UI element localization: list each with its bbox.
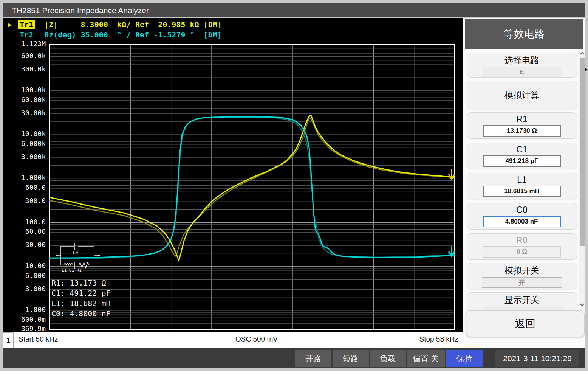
trace1-badge[interactable]: Tr1: [18, 20, 35, 29]
param-button-l1[interactable]: L1 18.6815 mH: [467, 173, 577, 199]
param-value-r1[interactable]: 13.1730 Ω: [483, 125, 561, 137]
y-axis-tick-label: 30.00: [3, 241, 46, 249]
param-label-c1: C1: [516, 144, 527, 155]
param-label-r0: R0: [516, 235, 527, 245]
y-axis-tick-label: 1.000k: [3, 174, 46, 182]
chart-panel: ▶ Tr1 |Z| 8.3000 kΩ/ Ref 20.985 kΩ [DM] …: [3, 18, 463, 332]
circuit-series-label: L1 C1 R1: [62, 268, 82, 272]
text-cursor: [538, 218, 538, 225]
simulate-calc-button[interactable]: 模拟计算: [467, 81, 577, 109]
hold-button[interactable]: 保持: [446, 350, 483, 367]
scroll-down-icon[interactable]: [580, 301, 585, 306]
fit-result-annotations: R1: 13.173 Ω C1: 491.22 pF L1: 18.682 mH…: [51, 278, 111, 319]
y-axis-tick-label: 3.000: [3, 285, 46, 293]
sidebar-title: 等效电路: [465, 19, 583, 49]
y-axis-tick-label: 10.00k: [3, 130, 46, 138]
y-axis-tick-label: 10.00: [3, 262, 46, 270]
param-label-r1: R1: [516, 114, 527, 124]
param-button-r0: R0 0 Ω: [467, 233, 577, 260]
select-circuit-button[interactable]: 选择电路 E ▶: [467, 53, 577, 78]
scroll-up-icon[interactable]: [580, 52, 585, 57]
trace1-row: ▶ Tr1 |Z| 8.3000 kΩ/ Ref 20.985 kΩ [DM]: [8, 20, 222, 29]
instrument-screen: TH2851 Precision Impedance Analyzer ▶ Tr…: [0, 0, 588, 371]
sweep-stop-label: Stop 58 kHz: [419, 335, 459, 343]
select-circuit-label: 选择电路: [504, 54, 539, 66]
y-axis-tick-label: 1.000: [3, 306, 46, 314]
bottom-toolbar: 开路 短路 负载 偏置 关 保持 2021-3-11 10:21:29: [3, 348, 585, 368]
sim-switch-label: 模拟开关: [504, 265, 539, 276]
simulate-calc-label: 模拟计算: [504, 89, 539, 101]
annotation-l1: L1: 18.682 mH: [51, 298, 111, 309]
y-axis-tick-label: 300.0k: [3, 65, 46, 73]
y-axis-tick-label: 60.00: [3, 227, 46, 236]
channel-number: 1: [3, 332, 14, 348]
display-switch-label: 显示开关: [504, 294, 539, 306]
param-value-l1[interactable]: 18.6815 mH: [483, 186, 561, 197]
load-cal-button[interactable]: 负载: [370, 350, 406, 367]
select-circuit-value[interactable]: E: [482, 67, 562, 77]
short-cal-button[interactable]: 短路: [333, 350, 369, 367]
param-button-r1[interactable]: R1 13.1730 Ω: [467, 112, 577, 139]
back-button-label: 返回: [515, 317, 535, 331]
open-cal-button[interactable]: 开路: [295, 350, 331, 367]
trace2-row: ▶ Tr2 θz(deg) 35.000 ° / Ref -1.5279 ° […: [8, 30, 222, 40]
y-axis-tick-label: 600.0: [3, 183, 46, 192]
annotation-c1: C1: 491.22 pF: [51, 288, 111, 298]
circuit-c0-label: C0: [73, 250, 78, 255]
back-button[interactable]: 返回: [466, 310, 585, 337]
y-axis-tick-label: 600.0k: [3, 52, 46, 60]
sim-switch-button[interactable]: 模拟开关 开: [467, 263, 577, 289]
sim-switch-value[interactable]: 开: [482, 277, 562, 288]
y-axis-tick-label: 30.00k: [3, 109, 46, 117]
param-button-c0[interactable]: C0 4.80003 nF: [467, 203, 577, 230]
y-axis-tick-label: 6.000: [3, 272, 46, 280]
annotation-r1: R1: 13.173 Ω: [51, 278, 111, 288]
y-axis-labels: 1.123M600.0k300.0k100.0k60.00k30.00k10.0…: [3, 44, 46, 329]
y-axis-tick-label: 100.0k: [3, 86, 46, 94]
y-axis-tick-label: 300.0: [3, 197, 46, 205]
c0-value-text: 4.80003 nF: [505, 218, 538, 225]
y-axis-tick-label: 3.000k: [3, 153, 46, 161]
sweep-start-label: Start 50 kHz: [19, 335, 58, 343]
trace2-badge[interactable]: Tr2: [18, 30, 35, 39]
datetime-display: 2021-3-11 10:21:29: [495, 350, 579, 367]
param-value-r0: 0 Ω: [483, 246, 561, 258]
bias-off-button[interactable]: 偏置 关: [407, 350, 445, 367]
sidebar-scrollbar[interactable]: [579, 51, 585, 309]
param-value-c1[interactable]: 491.218 pF: [483, 155, 561, 167]
y-axis-tick-label: 60.00k: [3, 96, 46, 104]
y-axis-tick-label: 100.0: [3, 218, 46, 226]
param-label-c0: C0: [516, 205, 527, 215]
osc-level-label: OSC 500 mV: [213, 335, 300, 343]
param-button-c1[interactable]: C1 491.218 pF: [467, 143, 577, 169]
active-trace-marker-icon: ▶: [8, 21, 18, 28]
c0-value-input[interactable]: 4.80003 nF: [483, 216, 561, 227]
y-axis-tick-label: 6.000k: [3, 140, 46, 148]
equivalent-circuit-diagram: C0 L1 C1 R1: [56, 242, 100, 272]
y-axis-tick-label: 1.123M: [3, 40, 46, 48]
trace1-readout: |Z| 8.3000 kΩ/ Ref 20.985 kΩ [DM]: [35, 20, 222, 29]
scrollbar-thumb[interactable]: [580, 58, 585, 246]
trace2-readout: θz(deg) 35.000 ° / Ref -1.5279 ° [DM]: [35, 30, 222, 39]
y-axis-tick-label: 600.0m: [3, 315, 46, 324]
sidebar: 等效电路 选择电路 E ▶ 模拟计算 R1 13.1730 Ω C1 491.2…: [463, 18, 585, 348]
sweep-status-bar: 1 Start 50 kHz OSC 500 mV Stop 58 kHz: [3, 332, 463, 348]
annotation-c0: C0: 4.8000 nF: [51, 309, 111, 319]
titlebar: TH2851 Precision Impedance Analyzer: [3, 3, 585, 17]
param-label-l1: L1: [517, 175, 527, 185]
window-title: TH2851 Precision Impedance Analyzer: [12, 6, 149, 15]
